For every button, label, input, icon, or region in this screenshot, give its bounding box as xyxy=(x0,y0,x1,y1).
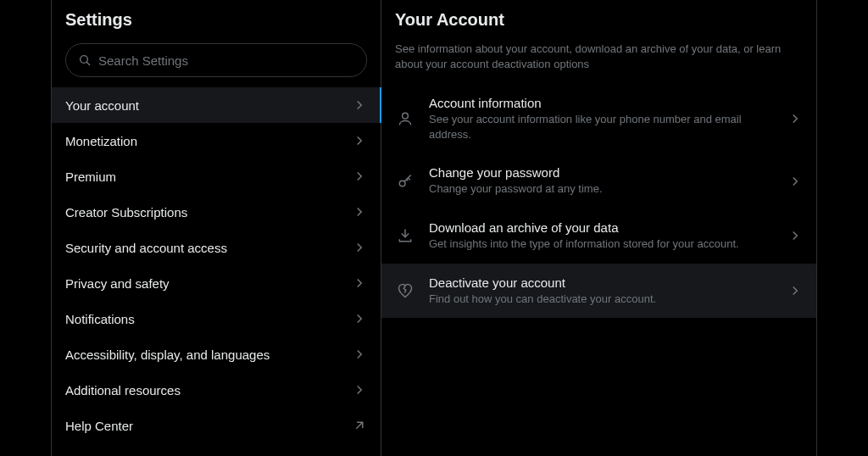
nav-item-label: Privacy and safety xyxy=(65,276,170,291)
nav-item-notifications[interactable]: Notifications xyxy=(52,301,381,336)
nav-item-label: Your account xyxy=(65,98,139,113)
chevron-right-icon xyxy=(352,204,367,220)
svg-point-0 xyxy=(81,56,88,64)
option-body: Account informationSee your account info… xyxy=(429,96,774,142)
nav-item-security-and-account-access[interactable]: Security and account access xyxy=(52,230,381,265)
search-wrap: Search Settings xyxy=(52,36,381,87)
nav-item-label: Monetization xyxy=(65,134,137,148)
user-icon xyxy=(395,110,415,127)
search-input[interactable]: Search Settings xyxy=(65,43,367,77)
svg-line-2 xyxy=(356,422,363,429)
chevron-right-icon xyxy=(787,228,803,243)
option-deactivate-your-account[interactable]: Deactivate your accountFind out how you … xyxy=(381,264,816,319)
option-body: Download an archive of your dataGet insi… xyxy=(429,220,774,252)
search-placeholder: Search Settings xyxy=(98,53,188,68)
detail-header: Your Account xyxy=(381,0,816,33)
chevron-right-icon xyxy=(787,111,803,126)
nav-item-label: Notifications xyxy=(65,312,135,326)
option-change-your-password[interactable]: Change your passwordChange your password… xyxy=(381,153,816,209)
left-gutter xyxy=(0,0,51,456)
detail-subtitle: See information about your account, down… xyxy=(381,33,816,84)
chevron-right-icon xyxy=(352,382,367,398)
nav-item-label: Security and account access xyxy=(65,241,227,255)
nav-item-label: Additional resources xyxy=(65,383,181,398)
nav-item-label: Help Center xyxy=(65,419,133,433)
search-icon xyxy=(78,53,92,67)
svg-line-1 xyxy=(86,62,90,65)
chevron-right-icon xyxy=(352,347,367,362)
detail-panel: Your Account See information about your … xyxy=(381,0,817,456)
chevron-right-icon xyxy=(352,275,367,291)
nav-item-label: Accessibility, display, and languages xyxy=(65,348,270,362)
settings-title: Settings xyxy=(65,10,367,30)
nav-item-creator-subscriptions[interactable]: Creator Subscriptions xyxy=(52,194,381,230)
chevron-right-icon xyxy=(787,283,803,298)
chevron-right-icon xyxy=(352,311,367,326)
option-desc: Find out how you can deactivate your acc… xyxy=(429,292,774,307)
option-desc: Get insights into the type of informatio… xyxy=(429,236,774,252)
heart-broken-icon xyxy=(395,282,415,299)
chevron-right-icon xyxy=(352,97,367,113)
svg-point-4 xyxy=(399,181,405,186)
settings-header: Settings xyxy=(52,0,381,36)
option-account-information[interactable]: Account informationSee your account info… xyxy=(381,84,816,153)
option-desc: See your account information like your p… xyxy=(429,112,774,142)
detail-options-list: Account informationSee your account info… xyxy=(381,84,816,318)
svg-point-3 xyxy=(403,114,409,120)
settings-panel: Settings Search Settings Your accountMon… xyxy=(51,0,381,456)
option-body: Change your passwordChange your password… xyxy=(429,165,774,197)
chevron-right-icon xyxy=(352,169,367,184)
download-icon xyxy=(395,227,415,244)
option-desc: Change your password at any time. xyxy=(429,181,774,197)
nav-item-label: Creator Subscriptions xyxy=(65,205,187,220)
option-title: Deactivate your account xyxy=(429,275,774,290)
chevron-right-icon xyxy=(352,240,367,255)
nav-item-your-account[interactable]: Your account xyxy=(52,87,381,123)
nav-item-privacy-and-safety[interactable]: Privacy and safety xyxy=(52,265,381,301)
right-gutter xyxy=(817,0,868,456)
option-body: Deactivate your accountFind out how you … xyxy=(429,275,774,307)
nav-item-label: Premium xyxy=(65,170,116,184)
option-title: Download an archive of your data xyxy=(429,220,774,235)
chevron-right-icon xyxy=(787,174,803,189)
option-title: Account information xyxy=(429,96,774,110)
settings-nav-list: Your accountMonetizationPremiumCreator S… xyxy=(52,87,381,443)
nav-item-monetization[interactable]: Monetization xyxy=(52,123,381,158)
option-download-an-archive-of-your-data[interactable]: Download an archive of your dataGet insi… xyxy=(381,209,816,264)
arrow-out-icon xyxy=(352,418,367,433)
chevron-right-icon xyxy=(352,133,367,148)
nav-item-accessibility-display-and-languages[interactable]: Accessibility, display, and languages xyxy=(52,336,381,372)
detail-title: Your Account xyxy=(395,10,803,30)
key-icon xyxy=(395,173,415,190)
nav-item-additional-resources[interactable]: Additional resources xyxy=(52,372,381,408)
nav-item-premium[interactable]: Premium xyxy=(52,158,381,194)
option-title: Change your password xyxy=(429,165,774,180)
nav-item-help-center[interactable]: Help Center xyxy=(52,408,381,443)
